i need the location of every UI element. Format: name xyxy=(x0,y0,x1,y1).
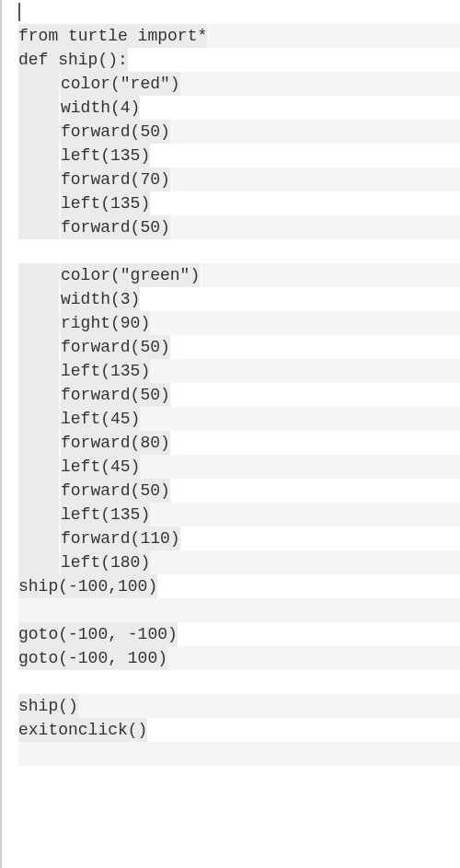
code-text: right(90) xyxy=(61,311,150,335)
code-text: forward(50) xyxy=(61,215,170,239)
code-text: forward(80) xyxy=(61,431,170,455)
indent-block xyxy=(18,335,59,359)
code-line[interactable] xyxy=(18,0,460,24)
indent-block xyxy=(18,527,59,550)
indent-block xyxy=(18,96,59,120)
code-text: forward(50) xyxy=(61,479,170,503)
indent-block xyxy=(18,215,59,239)
code-line[interactable] xyxy=(18,239,460,263)
code-line[interactable]: left(135) xyxy=(18,144,460,168)
indent-block xyxy=(18,503,59,527)
code-line[interactable]: right(90) xyxy=(18,311,460,335)
code-line[interactable]: forward(50) xyxy=(18,383,460,407)
code-text: goto(-100, 100) xyxy=(18,646,167,670)
code-line[interactable]: ship(-100,100) xyxy=(18,574,460,598)
code-text: left(135) xyxy=(61,359,150,383)
indent-block xyxy=(18,550,59,574)
code-line[interactable] xyxy=(18,598,460,622)
indent-block xyxy=(18,287,59,311)
indent-block xyxy=(18,479,59,503)
code-line[interactable]: ship() xyxy=(18,694,460,718)
code-line[interactable]: left(135) xyxy=(18,503,460,527)
code-text: forward(50) xyxy=(61,335,170,359)
code-text: forward(50) xyxy=(61,120,170,144)
code-line[interactable]: left(45) xyxy=(18,455,460,479)
code-line[interactable]: from turtle import* xyxy=(18,24,460,48)
code-line[interactable]: goto(-100, -100) xyxy=(18,622,460,646)
code-text: forward(110) xyxy=(61,527,180,550)
indent-block xyxy=(18,431,59,455)
code-text: left(45) xyxy=(61,407,140,431)
code-text: left(180) xyxy=(61,550,150,574)
indent-block xyxy=(18,168,59,191)
indent-block xyxy=(18,144,59,168)
code-text: forward(50) xyxy=(61,383,170,407)
code-line[interactable]: left(135) xyxy=(18,191,460,215)
code-text: forward(70) xyxy=(61,168,170,191)
code-line[interactable]: forward(70) xyxy=(18,168,460,191)
code-line[interactable]: forward(50) xyxy=(18,215,460,239)
code-line[interactable]: color("green") xyxy=(18,263,460,287)
code-line[interactable]: width(3) xyxy=(18,287,460,311)
code-editor[interactable]: from turtle import*def ship(): color("re… xyxy=(2,0,460,766)
code-line[interactable]: forward(50) xyxy=(18,120,460,144)
indent-block xyxy=(18,72,59,96)
indent-block xyxy=(18,383,59,407)
code-text: width(4) xyxy=(61,96,140,120)
code-text: exitonclick() xyxy=(18,718,147,742)
indent-block xyxy=(18,407,59,431)
code-text: left(135) xyxy=(61,191,150,215)
code-line[interactable]: left(45) xyxy=(18,407,460,431)
code-line[interactable]: exitonclick() xyxy=(18,718,460,742)
code-line[interactable]: color("red") xyxy=(18,72,460,96)
code-text: width(3) xyxy=(61,287,140,311)
code-text: left(45) xyxy=(61,455,140,479)
code-line[interactable]: left(135) xyxy=(18,359,460,383)
code-text: ship() xyxy=(18,694,78,718)
code-text: color("green") xyxy=(61,263,200,287)
code-text: from turtle import* xyxy=(18,24,207,48)
code-line[interactable]: forward(50) xyxy=(18,335,460,359)
indent-block xyxy=(18,120,59,144)
code-line[interactable] xyxy=(18,742,460,766)
indent-block xyxy=(18,263,59,287)
indent-block xyxy=(18,191,59,215)
code-line[interactable]: forward(80) xyxy=(18,431,460,455)
code-text: left(135) xyxy=(61,503,150,527)
code-line[interactable]: left(180) xyxy=(18,550,460,574)
code-line[interactable]: forward(110) xyxy=(18,527,460,550)
indent-block xyxy=(18,311,59,335)
code-text: color("red") xyxy=(61,72,180,96)
code-text: ship(-100,100) xyxy=(18,574,157,598)
code-line[interactable]: width(4) xyxy=(18,96,460,120)
code-text: left(135) xyxy=(61,144,150,168)
code-text: def ship(): xyxy=(18,48,128,72)
code-line[interactable]: def ship(): xyxy=(18,48,460,72)
code-line[interactable]: forward(50) xyxy=(18,479,460,503)
cursor-icon xyxy=(18,3,20,21)
code-line[interactable]: goto(-100, 100) xyxy=(18,646,460,670)
indent-block xyxy=(18,455,59,479)
indent-block xyxy=(18,359,59,383)
code-line[interactable] xyxy=(18,670,460,694)
code-text: goto(-100, -100) xyxy=(18,622,178,646)
